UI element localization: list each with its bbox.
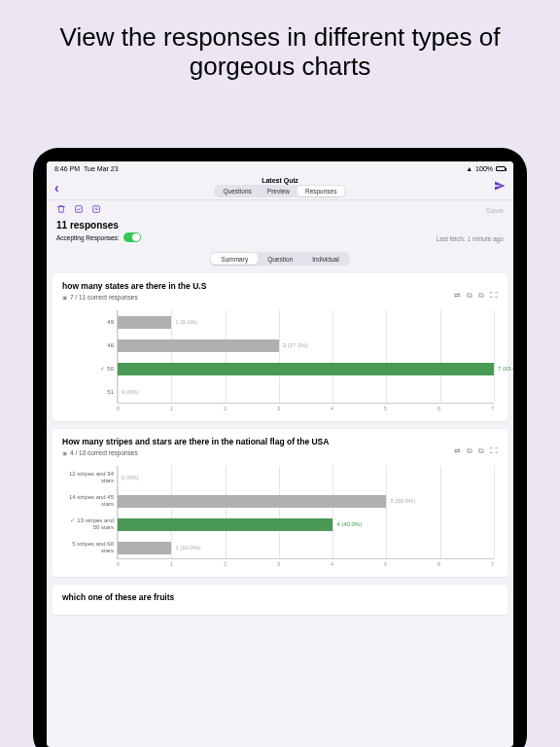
question-subtitle: 7 / 11 correct responses [62,294,498,301]
bar-label: ✓13 stripes and 50 stars [63,517,114,530]
chart-icon[interactable]: ⧉ [467,291,472,301]
bar-chart: 491 (9.1%)463 (27.3%)✓507 (63.6%)510 (0%… [62,310,498,411]
bar-label: 49 [63,319,114,326]
x-axis: 01234567 [117,561,494,567]
question-list: how many states are there in the U.S7 / … [47,273,513,615]
status-bar: 8:46 PM Tue Mar 23 ▲ 100% [47,161,513,175]
page-title: Latest Quiz [262,177,298,184]
bar-row: 12 stripes and 34 stars0 (0%) [118,466,494,489]
question-card: How many stripes and stars are there in … [52,429,508,577]
bar-value: 1 (10.0%) [175,545,200,551]
bar-row: 463 (27.3%) [118,334,494,357]
wifi-icon: ▲ [466,165,472,172]
chart-icon[interactable]: ⧉ [467,446,472,456]
expand-icon[interactable]: ⛶ [490,446,498,456]
expand-icon[interactable]: ⛶ [490,291,498,301]
bar-chart: 12 stripes and 34 stars0 (0%)14 stripes … [62,466,498,567]
status-time: 8:46 PM [54,165,80,172]
status-date: Tue Mar 23 [84,165,119,172]
bar-label: 5 stripes and 60 stars [63,541,114,553]
bar-value: 4 (40.0%) [336,521,362,527]
tab-responses[interactable]: Responses [298,186,345,196]
bar: 1 (9.1%) [118,316,171,329]
subtab-individual[interactable]: Individual [302,253,348,265]
tab-preview[interactable]: Preview [260,186,298,196]
shuffle-icon[interactable]: ⇄ [454,446,461,456]
response-count: 11 responses [56,220,141,231]
bar-label: 51 [63,389,114,396]
bar-value: 7 (63.6%) [498,366,513,372]
bar-label: 14 stripes and 45 stars [63,494,114,507]
question-title: which one of these are fruits [62,592,498,602]
tab-questions[interactable]: Questions [216,186,260,196]
nav-bar: ‹ Latest Quiz Questions Preview Response… [47,175,513,200]
bar-value: 3 (27.3%) [283,342,308,348]
bar-row: ✓13 stripes and 50 stars4 (40.0%) [118,513,494,536]
question-card: how many states are there in the U.S7 / … [52,273,508,421]
bar-label: ✓50 [63,366,114,373]
bar-row: 491 (9.1%) [118,310,494,334]
view-segmented-tabs[interactable]: Summary Question Individual [210,252,349,266]
copy-icon[interactable]: ⧉ [478,446,484,456]
copy-icon[interactable]: ⧉ [478,291,484,301]
top-segmented-tabs[interactable]: Questions Preview Responses [215,185,346,197]
bar: 3 (27.3%) [118,339,279,352]
bar-value: 5 (50.0%) [390,498,415,504]
accepting-toggle[interactable] [123,232,141,242]
responses-header: 11 responses Accepting Responses: Last f… [47,218,513,248]
bar-value: 1 (9.1%) [175,319,197,325]
toolbar: Save [47,200,513,218]
bar: 5 (50.0%) [118,495,386,508]
question-subtitle: 4 / 10 correct responses [62,449,498,456]
screen: 8:46 PM Tue Mar 23 ▲ 100% ‹ Latest Quiz … [47,161,513,747]
bar-row: 14 stripes and 45 stars5 (50.0%) [118,489,494,513]
battery-icon [496,166,506,171]
bar: 4 (40.0%) [118,518,332,531]
bar: 7 (63.6%) [118,363,494,375]
hero-caption: View the responses in different types of… [0,0,560,99]
svg-rect-0 [76,206,83,213]
battery-text: 100% [475,165,493,172]
bar-row: ✓507 (63.6%) [118,357,494,380]
question-title: how many states are there in the U.S [62,281,498,291]
subtab-summary[interactable]: Summary [211,253,258,265]
accepting-label: Accepting Responses: [56,234,120,241]
last-fetch-label: Last fetch: 1 minute ago [437,235,504,242]
question-title: How many stripes and stars are there in … [62,437,498,446]
share-button[interactable] [494,180,506,195]
bar: 1 (10.0%) [118,542,171,554]
subtab-question[interactable]: Question [258,253,302,265]
back-button[interactable]: ‹ [54,180,59,196]
bar-value: 0 (0%) [122,389,139,395]
tablet-frame: 8:46 PM Tue Mar 23 ▲ 100% ‹ Latest Quiz … [33,148,527,747]
bar-label: 46 [63,342,114,349]
bar-label: 12 stripes and 34 stars [63,471,114,483]
bar-row: 5 stripes and 60 stars1 (10.0%) [118,536,494,559]
delete-icon[interactable] [56,204,66,216]
bar-value: 0 (0%) [122,475,139,480]
bar-row: 510 (0%) [118,380,494,404]
shuffle-icon[interactable]: ⇄ [454,291,461,301]
save-button[interactable]: Save [486,206,504,215]
question-card: which one of these are fruits [52,585,508,615]
download-icon[interactable] [91,204,101,216]
x-axis: 01234567 [117,406,494,411]
export-icon[interactable] [74,204,84,216]
